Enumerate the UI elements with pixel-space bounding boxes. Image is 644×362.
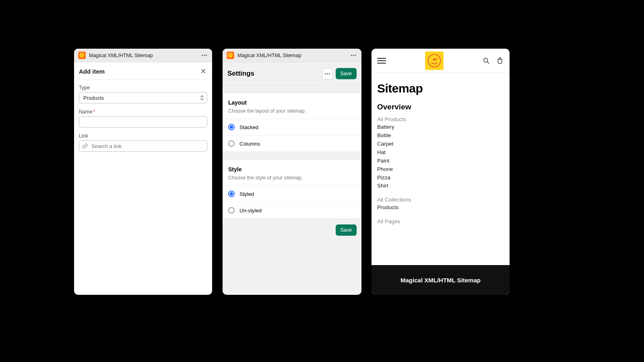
svg-point-1 <box>81 55 82 56</box>
all-pages-heading: All Pages <box>377 218 504 224</box>
store-footer: Magical XML/HTML Sitemap <box>372 265 510 295</box>
product-link[interactable]: Phone <box>377 165 504 174</box>
app-title: Magical XML/HTML Sitemap <box>89 53 200 58</box>
logo-icon <box>427 54 441 68</box>
style-option-unstyled[interactable]: Un-styled <box>223 202 361 218</box>
product-link[interactable]: Pizza <box>377 174 504 182</box>
collections-list: All Collections Products <box>377 197 504 212</box>
layout-card: Layout Choose the layout of your sitemap… <box>223 93 361 152</box>
product-link[interactable]: Carpet <box>377 140 504 148</box>
type-select[interactable]: Products <box>79 92 207 103</box>
product-link[interactable]: Shirt <box>377 182 504 190</box>
app-icon <box>227 51 234 59</box>
product-link[interactable]: Paint <box>377 157 504 165</box>
svg-point-7 <box>436 58 437 60</box>
svg-point-5 <box>231 55 231 56</box>
settings-titlebar: Settings Save <box>223 62 361 85</box>
radio-icon <box>228 191 235 197</box>
product-link[interactable]: Bottle <box>377 132 504 140</box>
overview-heading: Overview <box>377 103 504 111</box>
link-icon <box>82 143 88 149</box>
name-input[interactable] <box>79 116 207 128</box>
products-list: All Products Battery Bottle Carpet Hat P… <box>377 116 504 190</box>
radio-icon <box>228 207 235 214</box>
layout-desc: Choose the layout of your sitemap. <box>228 108 356 114</box>
svg-point-2 <box>82 55 83 56</box>
menu-button[interactable] <box>377 56 386 65</box>
svg-point-0 <box>80 53 84 58</box>
radio-icon <box>228 140 235 147</box>
svg-point-4 <box>229 55 230 56</box>
svg-point-3 <box>228 53 233 58</box>
store-logo[interactable] <box>425 51 444 70</box>
store-header <box>372 49 510 73</box>
search-icon[interactable] <box>482 57 490 65</box>
close-button[interactable] <box>199 67 207 75</box>
app-header: Magical XML/HTML Sitemap <box>223 49 361 62</box>
all-products-heading: All Products <box>377 116 504 122</box>
app-icon <box>78 51 86 59</box>
app-header: Magical XML/HTML Sitemap <box>74 49 212 62</box>
settings-heading: Settings <box>227 70 254 78</box>
type-label: Type <box>79 85 207 90</box>
add-item-panel: Magical XML/HTML Sitemap Add item Type P… <box>74 49 212 295</box>
radio-icon <box>228 124 235 130</box>
close-icon <box>200 68 206 74</box>
app-title: Magical XML/HTML Sitemap <box>237 53 349 58</box>
style-title: Style <box>228 166 356 173</box>
settings-panel: Magical XML/HTML Sitemap Settings Save L… <box>223 49 361 295</box>
layout-option-stacked[interactable]: Stacked <box>223 119 361 136</box>
settings-more-button[interactable] <box>322 68 333 79</box>
storefront-preview: Sitemap Overview All Products Battery Bo… <box>372 49 510 295</box>
name-label: Name* <box>79 109 207 115</box>
all-collections-heading: All Collections <box>377 197 504 203</box>
link-label: Link <box>79 133 207 139</box>
cart-icon[interactable] <box>496 57 504 65</box>
panel-titlebar: Add item <box>74 62 212 80</box>
save-button[interactable]: Save <box>336 68 357 79</box>
layout-option-columns[interactable]: Columns <box>223 136 361 152</box>
footer-text: Magical XML/HTML Sitemap <box>400 277 481 284</box>
pages-list: All Pages <box>377 218 504 224</box>
sitemap-title: Sitemap <box>377 82 504 95</box>
more-menu-button[interactable] <box>200 51 208 60</box>
panel-heading: Add item <box>79 68 105 75</box>
product-link[interactable]: Hat <box>377 148 504 157</box>
style-card: Style Choose the style of your sitemap. … <box>223 159 361 219</box>
more-menu-button[interactable] <box>349 51 357 60</box>
footer-save-button[interactable]: Save <box>336 224 357 236</box>
link-input[interactable] <box>79 140 207 152</box>
collection-link[interactable]: Products <box>377 204 504 212</box>
style-option-styled[interactable]: Styled <box>223 186 361 202</box>
style-desc: Choose the style of your sitemap. <box>228 175 356 181</box>
layout-title: Layout <box>228 99 356 106</box>
product-link[interactable]: Battery <box>377 123 504 132</box>
